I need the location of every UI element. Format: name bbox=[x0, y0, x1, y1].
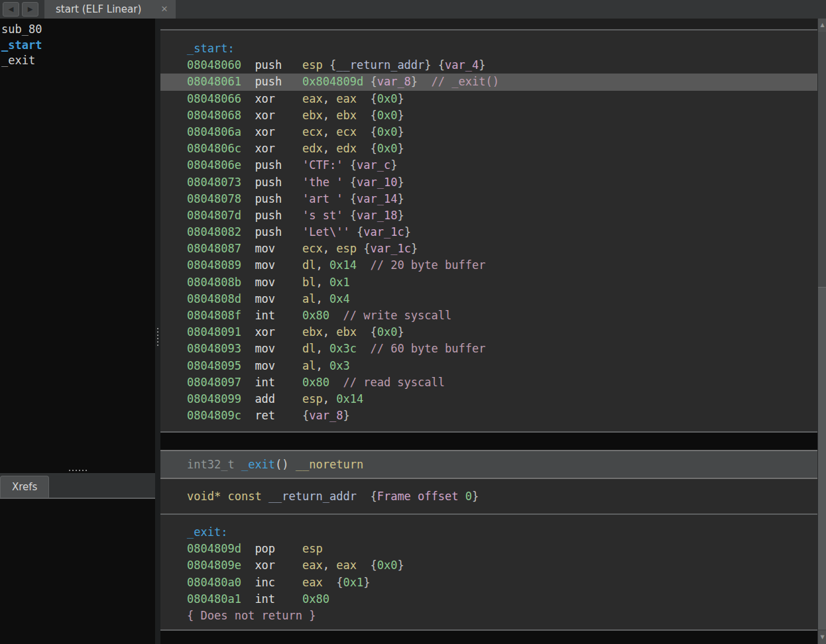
code-line[interactable]: 08048097 int 0x80 // read syscall bbox=[160, 374, 817, 391]
symbol-item-start[interactable]: _start bbox=[1, 38, 155, 54]
code-line[interactable]: 08048073 push 'the ' {var_10} bbox=[160, 174, 817, 191]
token-w bbox=[241, 192, 255, 205]
code-line[interactable]: 0804806e push 'CTF:' {var_c} bbox=[160, 157, 817, 174]
code-line[interactable]: 08048060 push esp {__return_addr} {var_4… bbox=[160, 57, 817, 74]
code-line[interactable]: 08048093 mov dl, 0x3c // 60 byte buffer bbox=[160, 341, 817, 357]
token-k: __noreturn bbox=[296, 458, 363, 471]
code-line[interactable]: { Does not return } bbox=[160, 608, 817, 624]
scroll-down-icon[interactable]: ▼ bbox=[818, 631, 826, 644]
token-b: { bbox=[438, 58, 445, 72]
token-a: 08048093 bbox=[187, 342, 241, 355]
token-v: var_8 bbox=[377, 75, 411, 88]
code-line[interactable]: 0804809c ret {var_8} bbox=[160, 407, 817, 424]
token-w bbox=[275, 376, 302, 389]
code-line[interactable]: 0804809d pop esp bbox=[160, 541, 817, 557]
code-line[interactable]: _start: bbox=[160, 40, 817, 57]
token-b: } bbox=[397, 176, 404, 189]
scrollbar-thumb[interactable] bbox=[818, 287, 826, 629]
scroll-up-icon[interactable]: ▲ bbox=[818, 19, 826, 32]
code-line[interactable]: 0804809e xor eax, eax {0x0} bbox=[160, 557, 817, 574]
code-line[interactable]: 0804806c xor edx, edx {0x0} bbox=[160, 140, 817, 157]
token-k: const bbox=[227, 490, 261, 503]
code-line-selected[interactable]: 08048061 push 0x804809d {var_8} // _exit… bbox=[160, 74, 817, 90]
vertical-splitter[interactable] bbox=[155, 19, 160, 644]
token-w bbox=[241, 142, 255, 155]
token-w bbox=[289, 458, 296, 471]
token-w bbox=[275, 359, 302, 372]
token-c: // write syscall bbox=[343, 309, 451, 322]
token-w bbox=[241, 158, 255, 172]
token-w bbox=[241, 542, 255, 555]
code-line[interactable]: 08048087 mov ecx, esp {var_1c} bbox=[160, 241, 817, 257]
code-line[interactable]: 0804808f int 0x80 // write syscall bbox=[160, 307, 817, 324]
token-w bbox=[282, 225, 302, 239]
tab-xrefs[interactable]: Xrefs bbox=[0, 476, 49, 498]
xrefs-panel bbox=[0, 499, 155, 644]
code-line[interactable]: 080480a1 int 0x80 bbox=[160, 591, 817, 608]
code-line[interactable]: 0804808b mov bl, 0x1 bbox=[160, 274, 817, 291]
token-w bbox=[275, 276, 302, 289]
token-b: } bbox=[472, 490, 479, 503]
code-line[interactable]: _exit: bbox=[160, 524, 817, 541]
token-b: } bbox=[363, 576, 370, 589]
token-c: // 20 byte buffer bbox=[370, 258, 485, 272]
vertical-scrollbar[interactable]: ▲ ▼ bbox=[817, 19, 826, 644]
token-w bbox=[241, 292, 255, 305]
token-b: { bbox=[350, 158, 357, 172]
token-w bbox=[357, 125, 370, 138]
symbol-item-sub80[interactable]: sub_80 bbox=[1, 22, 155, 38]
code-line[interactable]: 08048089 mov dl, 0x14 // 20 byte buffer bbox=[160, 257, 817, 274]
tab-start-elf-linear[interactable]: start (ELF Linear) ✕ bbox=[44, 0, 176, 19]
token-m: xor bbox=[255, 125, 275, 138]
token-w bbox=[343, 158, 349, 172]
token-s: 'the ' bbox=[302, 176, 343, 189]
token-n: 0x0 bbox=[377, 92, 398, 105]
section-gap bbox=[160, 433, 817, 450]
token-w bbox=[275, 325, 302, 339]
token-b: } bbox=[397, 559, 404, 572]
token-w bbox=[418, 75, 431, 88]
token-b: { bbox=[357, 225, 363, 239]
token-a: 0804808d bbox=[187, 292, 241, 305]
nav-back-button[interactable]: ◀ bbox=[3, 2, 19, 17]
token-w bbox=[459, 490, 465, 503]
token-w bbox=[275, 409, 302, 422]
code-line[interactable]: 08048068 xor ebx, ebx {0x0} bbox=[160, 107, 817, 124]
token-v: var_18 bbox=[357, 209, 397, 222]
token-r: ebx bbox=[336, 109, 357, 122]
token-m: push bbox=[255, 75, 282, 88]
token-b: { bbox=[370, 325, 377, 339]
token-r: esp bbox=[302, 542, 323, 555]
code-line[interactable]: 08048066 xor eax, eax {0x0} bbox=[160, 91, 817, 107]
vertical-splitter-handle[interactable] bbox=[157, 328, 158, 346]
token-r: eax bbox=[302, 92, 323, 105]
token-m: mov bbox=[255, 242, 275, 255]
code-line[interactable]: 0804806a xor ecx, ecx {0x0} bbox=[160, 124, 817, 140]
token-r: ebx bbox=[302, 325, 323, 339]
token-w bbox=[363, 75, 370, 88]
code-line[interactable]: 080480a0 inc eax {0x1} bbox=[160, 574, 817, 591]
code-line[interactable]: 0804807d push 's st' {var_18} bbox=[160, 207, 817, 224]
nav-forward-button[interactable]: ▶ bbox=[22, 2, 38, 17]
token-ra: __return_addr bbox=[268, 490, 357, 503]
token-w bbox=[357, 342, 370, 355]
token-b: { bbox=[350, 209, 357, 222]
code-line[interactable]: 08048091 xor ebx, ebx {0x0} bbox=[160, 324, 817, 341]
section-gap-bottom bbox=[160, 631, 817, 644]
code-line[interactable]: 0804808d mov al, 0x4 bbox=[160, 291, 817, 307]
code-line[interactable]: 08048082 push 'Let\'' {var_1c} bbox=[160, 224, 817, 241]
token-w: , bbox=[323, 142, 336, 155]
token-m: int bbox=[255, 309, 275, 322]
code-line[interactable]: 08048095 mov al, 0x3 bbox=[160, 358, 817, 374]
close-icon[interactable]: ✕ bbox=[160, 5, 169, 14]
return-addr-variable-row[interactable]: void* const __return_addr {Frame offset … bbox=[160, 479, 817, 513]
horizontal-splitter-handle[interactable] bbox=[0, 468, 155, 473]
token-n: 0x804809d bbox=[302, 75, 363, 88]
token-m: mov bbox=[255, 276, 275, 289]
token-a: 08048091 bbox=[187, 325, 241, 339]
token-a: 0804807d bbox=[187, 209, 241, 222]
exit-function-header[interactable]: int32_t _exit() __noreturn bbox=[160, 450, 817, 479]
code-line[interactable]: 08048078 push 'art ' {var_14} bbox=[160, 191, 817, 207]
symbol-item-exit[interactable]: _exit bbox=[1, 53, 155, 69]
code-line[interactable]: 08048099 add esp, 0x14 bbox=[160, 391, 817, 407]
